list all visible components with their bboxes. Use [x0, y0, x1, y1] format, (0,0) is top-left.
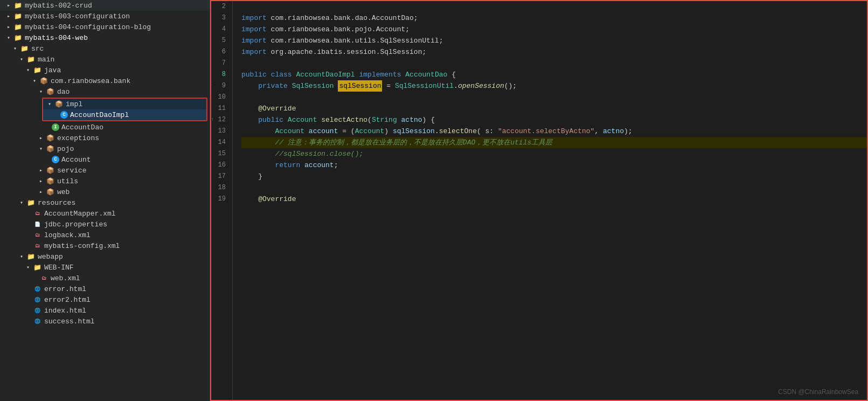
folder-icon: 📦 — [39, 77, 48, 85]
folder-icon: 📁 — [13, 12, 23, 20]
sidebar-item-service[interactable]: 📦 service — [0, 165, 210, 176]
sidebar-item-label: mybatis-config.xml — [44, 242, 120, 250]
sidebar-item-AccountMapper-xml[interactable]: 🗂 AccountMapper.xml — [0, 208, 210, 219]
sidebar-item-label: resources — [38, 199, 75, 207]
folder-icon: 📁 — [26, 55, 36, 64]
line-numbers: 2 3 4 5 6 7 8 9↑ 10 11 12✓↑ 13 14 15 16 … — [211, 1, 233, 400]
selected-impl-box: 📦 impl C AccountDaoImpl — [42, 98, 207, 121]
sidebar-item-label: main — [38, 56, 54, 64]
sidebar-item-label: com.rianbowsea.bank — [51, 77, 130, 85]
sidebar-item-label: mybatis-003-configuration — [25, 12, 130, 20]
xml-icon: 🗂 — [32, 241, 42, 250]
sidebar-item-web[interactable]: 📦 web — [0, 186, 210, 197]
sidebar-item-java[interactable]: 📁 java — [0, 65, 210, 75]
file-tree[interactable]: 📁 mybatis-002-crud 📁 mybatis-003-configu… — [0, 0, 210, 401]
sidebar-item-package-bank[interactable]: 📦 com.rianbowsea.bank — [0, 75, 210, 86]
sidebar-item-web-xml[interactable]: 🗂 web.xml — [0, 273, 210, 284]
code-content[interactable]: import com.rianbowsea.bank.dao.AccountDa… — [233, 1, 867, 400]
arrow-icon — [17, 252, 26, 261]
sidebar-item-resources[interactable]: 📁 resources — [0, 197, 210, 208]
sidebar-item-label: mybatis-004-web — [25, 34, 88, 42]
sidebar-item-label: src — [31, 45, 44, 53]
code-line: private SqlSession sqlSession = SqlSessi… — [241, 80, 867, 92]
arrow-icon — [24, 263, 32, 272]
sidebar-item-utils[interactable]: 📦 utils — [0, 176, 210, 186]
folder-icon: 📦 — [45, 166, 55, 175]
arrow-icon — [37, 87, 45, 96]
sidebar-item-label: index.html — [44, 307, 86, 315]
arrow-icon — [17, 198, 26, 207]
sidebar-item-mybatis-002-crud[interactable]: 📁 mybatis-002-crud — [0, 0, 210, 11]
sidebar-item-pojo[interactable]: 📦 pojo — [0, 143, 210, 154]
arrow-icon — [4, 33, 13, 42]
sidebar-item-AccountDaoImpl[interactable]: C AccountDaoImpl — [43, 109, 206, 120]
sidebar-item-mybatis-config-xml[interactable]: 🗂 mybatis-config.xml — [0, 240, 210, 251]
code-line: return account; — [241, 160, 867, 171]
arrow-icon — [37, 166, 45, 175]
arrow-icon — [4, 1, 13, 10]
watermark: CSDN @ChinaRainbowSea — [778, 388, 858, 396]
folder-icon: 📁 — [19, 44, 29, 53]
sidebar-item-webapp[interactable]: 📁 webapp — [0, 251, 210, 262]
sidebar-item-error-html[interactable]: 🌐 error.html — [0, 284, 210, 294]
arrow-icon — [4, 23, 13, 31]
sidebar-item-AccountDao[interactable]: I AccountDao — [0, 122, 210, 133]
sidebar-item-Account[interactable]: C Account — [0, 154, 210, 165]
sidebar-item-label: web — [57, 188, 70, 196]
sidebar-item-label: impl — [66, 100, 82, 108]
sidebar-item-label: WEB-INF — [44, 264, 74, 272]
sidebar-item-label: Account — [61, 156, 91, 164]
arrow-icon — [45, 100, 54, 108]
arrow-icon — [37, 134, 45, 142]
arrow-icon — [37, 144, 45, 153]
sidebar-item-label: exceptions — [57, 134, 99, 142]
code-line — [241, 58, 867, 69]
folder-icon: 📦 — [45, 87, 55, 96]
code-line: import com.rianbowsea.bank.utils.SqlSess… — [241, 35, 867, 46]
sidebar-item-success-html[interactable]: 🌐 success.html — [0, 316, 210, 327]
sidebar-item-exceptions[interactable]: 📦 exceptions — [0, 133, 210, 143]
sidebar-item-label: pojo — [57, 145, 74, 153]
code-line — [241, 92, 867, 103]
sidebar-item-logback-xml[interactable]: 🗂 logback.xml — [0, 230, 210, 240]
sidebar-item-mybatis-004-web[interactable]: 📁 mybatis-004-web — [0, 32, 210, 43]
sidebar-item-label: service — [57, 167, 87, 175]
sidebar-item-jdbc-properties[interactable]: 📄 jdbc.properties — [0, 219, 210, 230]
code-line — [241, 1, 867, 12]
code-line: import org.apache.ibatis.session.SqlSess… — [241, 46, 867, 58]
code-line: public Account selectActno(String actno)… — [241, 114, 867, 126]
sidebar-item-dao[interactable]: 📦 dao — [0, 86, 210, 97]
folder-icon: 📁 — [13, 33, 23, 42]
html-icon: 🌐 — [32, 306, 42, 315]
arrow-icon — [24, 66, 32, 74]
folder-icon: 📦 — [45, 177, 55, 185]
html-icon: 🌐 — [32, 285, 42, 293]
sidebar-item-error2-html[interactable]: 🌐 error2.html — [0, 294, 210, 305]
folder-icon: 📦 — [54, 100, 64, 108]
sidebar-item-impl[interactable]: 📦 impl — [43, 99, 206, 109]
code-editor[interactable]: 2 3 4 5 6 7 8 9↑ 10 11 12✓↑ 13 14 15 16 … — [210, 0, 868, 401]
sidebar-item-label: utils — [57, 177, 78, 185]
folder-icon: 📦 — [45, 144, 55, 153]
sidebar-item-label: java — [44, 66, 61, 74]
sidebar-item-mybatis-003-configuration[interactable]: 📁 mybatis-003-configuration — [0, 11, 210, 22]
code-line: import com.rianbowsea.bank.pojo.Account; — [241, 24, 867, 35]
sidebar-item-label: dao — [57, 88, 70, 96]
sidebar-item-label: mybatis-002-crud — [25, 2, 92, 10]
sidebar-item-main[interactable]: 📁 main — [0, 54, 210, 65]
sidebar-item-WEB-INF[interactable]: 📁 WEB-INF — [0, 262, 210, 273]
code-line: @Override — [241, 193, 867, 205]
sidebar-item-src[interactable]: 📁 src — [0, 43, 210, 54]
arrow-icon — [30, 77, 39, 85]
sidebar-item-index-html[interactable]: 🌐 index.html — [0, 305, 210, 316]
class-badge: C — [52, 156, 59, 163]
folder-icon: 📁 — [13, 1, 23, 10]
sidebar-item-mybatis-004-configuration-blog[interactable]: 📁 mybatis-004-configuration-blog — [0, 22, 210, 32]
folder-icon: 📁 — [26, 198, 36, 207]
xml-icon: 🗂 — [39, 274, 48, 282]
code-line — [241, 182, 867, 193]
code-line: //sqlSession.close(); — [241, 148, 867, 160]
sidebar-item-label: AccountMapper.xml — [44, 210, 116, 218]
code-line: @Override — [241, 103, 867, 114]
xml-icon: 🗂 — [32, 231, 42, 239]
